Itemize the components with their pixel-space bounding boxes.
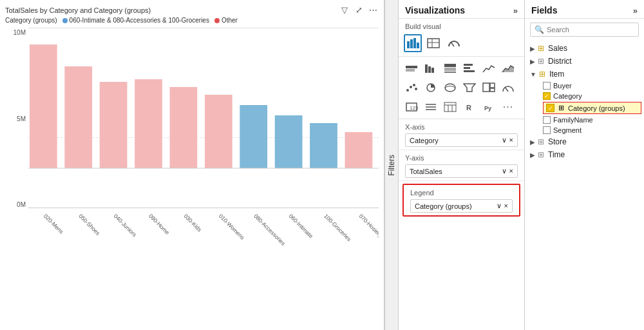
field-item-buyer[interactable]: Buyer xyxy=(525,81,644,91)
build-visual-label: Build visual xyxy=(399,19,524,33)
viz-panel: Visualizations » Build visual xyxy=(399,0,525,330)
viz-table2[interactable] xyxy=(441,98,459,116)
viz-stacked-bar[interactable] xyxy=(402,59,421,77)
viz-funnel[interactable] xyxy=(460,79,478,97)
category-name: Category xyxy=(553,92,582,100)
viz-scatter[interactable] xyxy=(402,79,421,97)
legend-item-blue: 060-Intimate & 080-Accessories & 100-Gro… xyxy=(62,17,209,24)
buyer-checkbox[interactable] xyxy=(543,82,551,90)
legend-dot-blue xyxy=(62,18,68,23)
y-axis-clear[interactable]: × xyxy=(509,167,513,175)
segment-checkbox[interactable] xyxy=(543,126,551,134)
viz-expand-icon[interactable]: » xyxy=(513,6,518,15)
category-checkbox[interactable]: ✓ xyxy=(543,92,551,100)
viz-pie[interactable] xyxy=(422,79,440,97)
y-label-10m: 10M xyxy=(5,29,26,36)
svg-text:080-Accessories: 080-Accessories xyxy=(252,213,287,247)
y-axis-chevron[interactable]: ∨ xyxy=(502,167,507,175)
sales-label: Sales xyxy=(548,44,567,53)
svg-line-51 xyxy=(505,87,508,92)
viz-slicer[interactable] xyxy=(422,98,440,116)
x-axis-clear[interactable]: × xyxy=(509,136,513,144)
fields-title: Fields xyxy=(531,5,557,15)
viz-treemap[interactable] xyxy=(480,79,498,97)
svg-text:040-Juniors: 040-Juniors xyxy=(113,213,138,238)
viz-icons-row-3: 123 R Py ··· xyxy=(402,98,520,116)
viz-100pct-bar[interactable] xyxy=(441,59,459,77)
viz-area[interactable] xyxy=(499,59,517,77)
svg-text:Py: Py xyxy=(484,105,491,112)
field-group-district-header[interactable]: ▶ ⊞ District xyxy=(525,55,644,68)
familyname-name: FamilyName xyxy=(553,116,593,124)
legend-value: Category (groups) xyxy=(415,202,472,210)
time-expand-icon: ▶ xyxy=(530,151,535,159)
viz-line[interactable] xyxy=(480,59,498,77)
x-axis-chevron[interactable]: ∨ xyxy=(502,136,507,144)
svg-rect-22 xyxy=(410,39,413,48)
viz-icons-row-1 xyxy=(402,59,520,77)
ellipsis-icon[interactable]: ⋯ xyxy=(367,4,379,15)
svg-rect-23 xyxy=(413,38,416,48)
expand-icon[interactable]: ⤢ xyxy=(353,4,365,15)
viz-more[interactable]: ··· xyxy=(499,98,517,116)
svg-rect-50 xyxy=(490,88,495,92)
field-item-familyname[interactable]: FamilyName xyxy=(525,115,644,125)
fields-search-container[interactable]: 🔍 xyxy=(530,23,639,37)
field-group-sales-header[interactable]: ▶ ⊞ Sales xyxy=(525,42,644,55)
svg-point-43 xyxy=(413,84,415,86)
field-item-category[interactable]: ✓ Category xyxy=(525,91,644,101)
viz-icons-section: 123 R Py ··· xyxy=(399,57,524,119)
chart-title: TotalSales by Category and Category (gro… xyxy=(5,6,379,14)
search-input[interactable] xyxy=(547,26,634,34)
viz-map[interactable] xyxy=(441,79,459,97)
field-group-item: ▼ ⊞ Item Buyer ✓ Category ✓ ⊞ Category (… xyxy=(525,68,644,135)
viz-icon-table[interactable] xyxy=(424,34,442,52)
legend-dropdown[interactable]: Category (groups) ∨ × xyxy=(410,199,513,213)
field-item-category-groups[interactable]: ✓ ⊞ Category (groups) xyxy=(543,102,641,114)
y-axis-value: TotalSales xyxy=(410,168,442,175)
store-label: Store xyxy=(548,137,567,146)
viz-card[interactable]: 123 xyxy=(402,98,421,116)
fields-header: Fields » xyxy=(525,0,644,19)
svg-rect-25 xyxy=(428,39,439,48)
time-label: Time xyxy=(548,150,565,159)
filter-icon[interactable]: ▽ xyxy=(339,4,350,15)
fields-expand-icon[interactable]: » xyxy=(633,6,638,15)
item-table-icon: ⊞ xyxy=(539,70,545,79)
buyer-name: Buyer xyxy=(553,82,572,90)
legend-label-blue: 060-Intimate & 080-Accessories & 100-Gro… xyxy=(70,17,209,24)
legend-dot-red xyxy=(214,18,220,23)
viz-gauge2[interactable] xyxy=(499,79,517,97)
field-group-store-header[interactable]: ▶ ⊞ Store xyxy=(525,135,644,148)
legend-label: Legend xyxy=(410,189,513,197)
time-table-icon: ⊞ xyxy=(538,150,544,159)
viz-icon-bar-chart[interactable] xyxy=(404,34,422,52)
viz-py[interactable]: Py xyxy=(480,98,498,116)
y-axis-label: Y-axis xyxy=(405,154,518,162)
viz-icons-row-2 xyxy=(402,79,520,97)
svg-rect-6 xyxy=(240,105,267,168)
field-group-time-header[interactable]: ▶ ⊞ Time xyxy=(525,148,644,161)
filters-tab[interactable]: Filters xyxy=(384,0,399,330)
legend-clear[interactable]: × xyxy=(504,202,508,210)
field-item-segment[interactable]: Segment xyxy=(525,125,644,135)
viz-icon-gauge[interactable] xyxy=(445,34,463,52)
svg-text:050-Shoes: 050-Shoes xyxy=(77,213,101,237)
familyname-checkbox[interactable] xyxy=(543,116,551,124)
viz-r[interactable]: R xyxy=(460,98,478,116)
x-axis-dropdown[interactable]: Category ∨ × xyxy=(405,133,518,147)
field-group-item-header[interactable]: ▼ ⊞ Item xyxy=(525,68,644,81)
legend-chevron[interactable]: ∨ xyxy=(497,202,502,210)
svg-rect-1 xyxy=(64,66,92,168)
viz-header: Visualizations » xyxy=(399,0,524,19)
viz-clustered-bar[interactable] xyxy=(422,59,440,77)
field-group-district: ▶ ⊞ District xyxy=(525,55,644,68)
category-groups-checkbox[interactable]: ✓ xyxy=(546,104,554,112)
y-axis-dropdown[interactable]: TotalSales ∨ × xyxy=(405,164,518,178)
y-axis: 10M 5M 0M xyxy=(5,28,28,247)
viz-bar-h[interactable] xyxy=(460,59,478,77)
x-axis-labels: 020-Mens 050-Shoes 040-Juniors 090-Home … xyxy=(28,208,379,247)
item-collapse-icon: ▼ xyxy=(530,71,536,78)
field-group-time: ▶ ⊞ Time xyxy=(525,148,644,161)
sales-table-icon: ⊞ xyxy=(538,44,544,53)
